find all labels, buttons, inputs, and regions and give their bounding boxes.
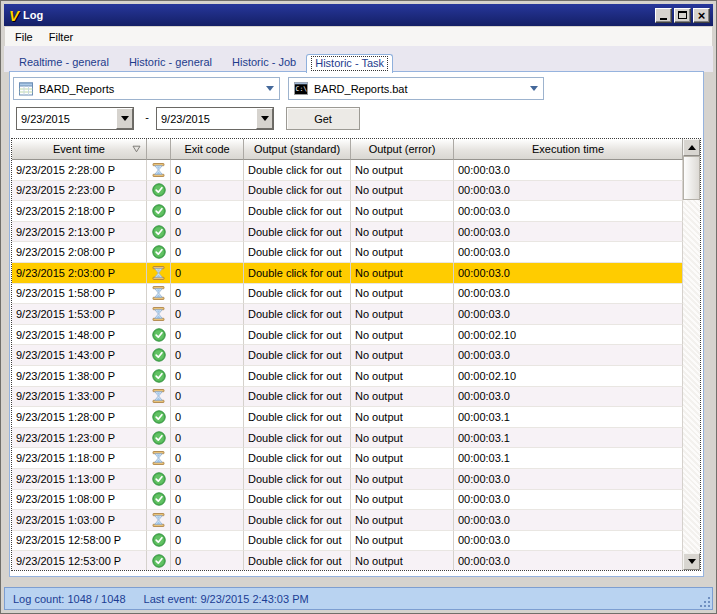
- table-row[interactable]: 9/23/2015 12:58:00 P0Double click for ou…: [12, 531, 683, 552]
- column-header-label: Output (standard): [254, 143, 340, 155]
- table-row[interactable]: 9/23/2015 1:28:00 P0Double click for out…: [12, 407, 683, 428]
- cell-exit-code: 0: [171, 490, 244, 511]
- table-row[interactable]: 9/23/2015 1:43:00 P0Double click for out…: [12, 345, 683, 366]
- table-row[interactable]: 9/23/2015 1:13:00 P0Double click for out…: [12, 469, 683, 490]
- minimize-button[interactable]: [655, 8, 672, 23]
- maximize-button[interactable]: [674, 8, 691, 23]
- menu-bar: FileFilter: [5, 27, 712, 46]
- date-from-dropdown-button[interactable]: [116, 108, 133, 129]
- cell-execution-time: 00:00:02.10: [454, 325, 683, 346]
- table-row[interactable]: 9/23/2015 1:58:00 P0Double click for out…: [12, 284, 683, 305]
- tab-historic-general[interactable]: Historic - general: [119, 53, 222, 72]
- title-bar[interactable]: V Log ×: [4, 4, 713, 26]
- table-row[interactable]: 9/23/2015 1:03:00 P0Double click for out…: [12, 510, 683, 531]
- job-select[interactable]: BARD_Reports: [13, 77, 280, 100]
- tab-historic-job[interactable]: Historic - Job: [222, 53, 306, 72]
- cell-output-standard[interactable]: Double click for out: [244, 222, 351, 243]
- column-header-output-standard[interactable]: Output (standard): [244, 139, 351, 160]
- cell-output-standard[interactable]: Double click for out: [244, 469, 351, 490]
- cell-output-standard[interactable]: Double click for out: [244, 201, 351, 222]
- window-controls: ×: [653, 8, 710, 23]
- cell-exit-code: 0: [171, 345, 244, 366]
- column-header-execution-time[interactable]: Execution time: [454, 139, 683, 160]
- cell-output-standard[interactable]: Double click for out: [244, 490, 351, 511]
- cell-output-error: No output: [351, 304, 454, 325]
- table-row[interactable]: 9/23/2015 1:18:00 P0Double click for out…: [12, 448, 683, 469]
- table-row[interactable]: 9/23/2015 1:48:00 P0Double click for out…: [12, 325, 683, 346]
- cell-output-standard[interactable]: Double click for out: [244, 551, 351, 571]
- running-icon: [147, 160, 171, 181]
- date-to-dropdown-button[interactable]: [256, 108, 273, 129]
- table-row[interactable]: 9/23/2015 2:08:00 P0Double click for out…: [12, 242, 683, 263]
- cell-exit-code: 0: [171, 242, 244, 263]
- cell-execution-time: 00:00:03.0: [454, 490, 683, 511]
- cell-event-time: 9/23/2015 1:23:00 P: [12, 428, 147, 449]
- cell-execution-time: 00:00:02.10: [454, 366, 683, 387]
- cell-event-time: 9/23/2015 1:33:00 P: [12, 387, 147, 408]
- cell-exit-code: 0: [171, 366, 244, 387]
- table-row[interactable]: 9/23/2015 2:13:00 P0Double click for out…: [12, 222, 683, 243]
- cell-output-standard[interactable]: Double click for out: [244, 387, 351, 408]
- cell-exit-code: 0: [171, 222, 244, 243]
- table-row[interactable]: 9/23/2015 1:38:00 P0Double click for out…: [12, 366, 683, 387]
- cell-output-standard[interactable]: Double click for out: [244, 284, 351, 305]
- column-header-status[interactable]: [147, 139, 171, 160]
- cell-execution-time: 00:00:03.0: [454, 531, 683, 552]
- cell-output-standard[interactable]: Double click for out: [244, 510, 351, 531]
- table-row[interactable]: 9/23/2015 1:23:00 P0Double click for out…: [12, 428, 683, 449]
- cell-exit-code: 0: [171, 387, 244, 408]
- task-select[interactable]: C:\ BARD_Reports.bat: [288, 77, 544, 100]
- close-button[interactable]: ×: [693, 8, 710, 23]
- cell-execution-time: 00:00:03.0: [454, 284, 683, 305]
- cell-output-standard[interactable]: Double click for out: [244, 160, 351, 181]
- tab-label: Historic - general: [129, 56, 212, 68]
- cell-output-standard[interactable]: Double click for out: [244, 407, 351, 428]
- cell-output-standard[interactable]: Double click for out: [244, 181, 351, 202]
- cell-execution-time: 00:00:03.0: [454, 222, 683, 243]
- scroll-up-button[interactable]: [683, 139, 700, 156]
- cell-execution-time: 00:00:03.0: [454, 304, 683, 325]
- cell-output-error: No output: [351, 366, 454, 387]
- resize-grip[interactable]: [700, 597, 710, 607]
- cell-output-error: No output: [351, 448, 454, 469]
- menu-file[interactable]: File: [7, 29, 41, 45]
- table-row[interactable]: 9/23/2015 1:33:00 P0Double click for out…: [12, 387, 683, 408]
- column-header-output-error[interactable]: Output (error): [351, 139, 454, 160]
- column-header-event-time[interactable]: Event time: [12, 139, 147, 160]
- grid-header: Event timeExit codeOutput (standard)Outp…: [12, 139, 683, 160]
- cell-output-standard[interactable]: Double click for out: [244, 263, 351, 284]
- cell-output-standard[interactable]: Double click for out: [244, 531, 351, 552]
- cell-output-standard[interactable]: Double click for out: [244, 428, 351, 449]
- table-row[interactable]: 9/23/2015 1:53:00 P0Double click for out…: [12, 304, 683, 325]
- table-row[interactable]: 9/23/2015 2:18:00 P0Double click for out…: [12, 201, 683, 222]
- vertical-scrollbar[interactable]: [683, 139, 700, 570]
- running-icon: [147, 387, 171, 408]
- cell-output-standard[interactable]: Double click for out: [244, 242, 351, 263]
- cell-output-standard[interactable]: Double click for out: [244, 448, 351, 469]
- table-row[interactable]: 9/23/2015 2:03:00 P0Double click for out…: [12, 263, 683, 284]
- date-to-picker[interactable]: 9/23/2015: [156, 107, 274, 130]
- maximize-icon: [678, 11, 687, 19]
- success-icon: [147, 469, 171, 490]
- tab-historic-task[interactable]: Historic - Task: [306, 54, 393, 73]
- date-from-picker[interactable]: 9/23/2015: [16, 107, 134, 130]
- cell-output-standard[interactable]: Double click for out: [244, 345, 351, 366]
- success-icon: [147, 201, 171, 222]
- scrollbar-thumb[interactable]: [683, 156, 700, 200]
- get-button[interactable]: Get: [286, 107, 360, 130]
- scroll-down-button[interactable]: [683, 553, 700, 570]
- cell-output-standard[interactable]: Double click for out: [244, 304, 351, 325]
- cell-execution-time: 00:00:03.0: [454, 387, 683, 408]
- table-row[interactable]: 9/23/2015 2:28:00 P0Double click for out…: [12, 160, 683, 181]
- cell-output-standard[interactable]: Double click for out: [244, 325, 351, 346]
- tab-realtime-general[interactable]: Realtime - general: [9, 53, 119, 72]
- table-row[interactable]: 9/23/2015 1:08:00 P0Double click for out…: [12, 490, 683, 511]
- cell-execution-time: 00:00:03.1: [454, 428, 683, 449]
- table-row[interactable]: 9/23/2015 12:53:00 P0Double click for ou…: [12, 551, 683, 571]
- cell-output-standard[interactable]: Double click for out: [244, 366, 351, 387]
- table-row[interactable]: 9/23/2015 2:23:00 P0Double click for out…: [12, 181, 683, 202]
- cell-exit-code: 0: [171, 325, 244, 346]
- column-header-exit-code[interactable]: Exit code: [171, 139, 244, 160]
- window-title: Log: [23, 9, 43, 21]
- menu-filter[interactable]: Filter: [41, 29, 81, 45]
